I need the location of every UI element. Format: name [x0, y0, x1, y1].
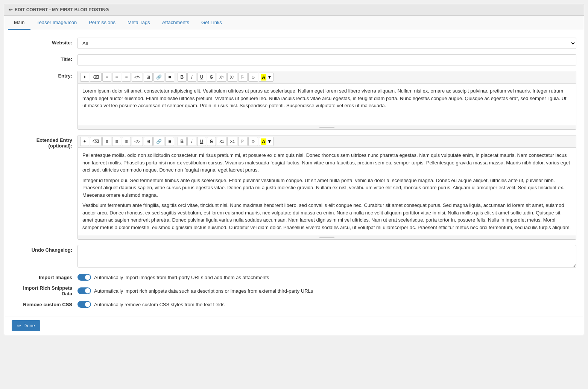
ext-link-btn[interactable]: 🔗 [153, 137, 164, 146]
extended-entry-label: Extended Entry (optional): [12, 135, 77, 149]
website-control: All [77, 38, 576, 49]
tab-teaser[interactable]: Teaser Image/Icon [30, 16, 83, 30]
entry-row: Entry: ✦ ⌫ ≡ ≡ ≡ </> ⊞ 🔗 ■ B [12, 71, 576, 130]
import-images-wrap: Automatically import images from third-p… [77, 274, 576, 281]
ordered-list-btn[interactable]: ≡ [112, 73, 121, 82]
ext-highlight-a-icon: A [261, 138, 266, 145]
ext-underline-btn[interactable]: U [197, 137, 206, 146]
website-label: Website: [12, 38, 77, 46]
ext-highlight-dropdown-arrow[interactable]: ▼ [267, 139, 272, 144]
entry-body[interactable]: Lorem ipsum dolor sit amet, consectetur … [78, 84, 576, 125]
import-images-row: Import Images Automatically import image… [12, 274, 576, 281]
done-label: Done [23, 323, 35, 328]
code-btn[interactable]: </> [132, 73, 143, 82]
import-rich-snippets-row: Import Rich Snippets Data Automatically … [12, 285, 576, 296]
subscript-btn[interactable]: X1 [227, 73, 237, 82]
extended-entry-toolbar: ✦ ⌫ ≡ ≡ ≡ </> ⊞ 🔗 ■ B I U S X1 [78, 135, 576, 148]
table-btn[interactable]: ⊞ [144, 73, 153, 82]
ext-superscript-btn[interactable]: X1 [217, 137, 226, 146]
import-rich-snippets-toggle[interactable] [77, 287, 91, 294]
entry-footer [78, 125, 576, 129]
extended-entry-body[interactable]: Pellentesque mollis, odio non sollicitud… [78, 148, 576, 235]
ext-eraser-btn[interactable]: ⌫ [90, 137, 102, 146]
highlight-btn[interactable]: A ▼ [259, 73, 273, 82]
italic-btn[interactable]: I [187, 73, 196, 82]
title-control: My first blog posting [77, 54, 576, 65]
indent-btn[interactable]: ≡ [122, 73, 131, 82]
title-bar: ✏ EDIT CONTENT - MY FIRST BLOG POSTING [4, 4, 584, 16]
ext-sparkle-btn[interactable]: ✦ [80, 137, 89, 146]
ext-highlight-btn[interactable]: A ▼ [259, 137, 273, 146]
undo-changelog-row: Undo Changelog: [12, 245, 576, 269]
sparkle-btn[interactable]: ✦ [80, 73, 89, 82]
ext-image-btn[interactable]: ■ [165, 137, 174, 146]
ext-strikethrough-btn[interactable]: S [207, 137, 216, 146]
extended-entry-resize-handle[interactable] [319, 237, 334, 238]
window-title: EDIT CONTENT - MY FIRST BLOG POSTING [15, 7, 109, 12]
extended-entry-footer [78, 235, 576, 239]
remove-custom-css-desc: Automatically remove custom CSS styles f… [94, 302, 225, 307]
extended-entry-row: Extended Entry (optional): ✦ ⌫ ≡ ≡ ≡ </>… [12, 135, 576, 240]
undo-changelog-label: Undo Changelog: [12, 245, 77, 253]
ext-subscript-btn[interactable]: X1 [227, 137, 237, 146]
import-rich-snippets-desc: Automatically import rich snippets data … [94, 288, 313, 294]
tab-permissions[interactable]: Permissions [83, 16, 122, 30]
tab-get-links[interactable]: Get Links [195, 16, 228, 30]
extended-entry-editor: ✦ ⌫ ≡ ≡ ≡ </> ⊞ 🔗 ■ B I U S X1 [77, 135, 576, 240]
strikethrough-btn[interactable]: S [207, 73, 216, 82]
footer-bar: ✏ Done [4, 316, 584, 335]
tab-meta-tags[interactable]: Meta Tags [122, 16, 156, 30]
tab-main[interactable]: Main [8, 16, 30, 30]
website-select[interactable]: All [77, 38, 576, 49]
entry-resize-handle[interactable] [319, 127, 334, 128]
main-content: Website: All Title: My first blog postin… [4, 30, 584, 316]
entry-text: Lorem ipsum dolor sit amet, consectetur … [82, 88, 567, 108]
ext-bold-btn[interactable]: B [178, 137, 187, 146]
image-btn[interactable]: ■ [165, 73, 174, 82]
remove-custom-css-label: Remove custom CSS [12, 302, 77, 307]
import-rich-snippets-label: Import Rich Snippets Data [12, 285, 77, 296]
highlight-dropdown-arrow[interactable]: ▼ [267, 74, 272, 80]
ext-text-p1: Pellentesque mollis, odio non sollicitud… [82, 152, 571, 174]
tab-bar: Main Teaser Image/Icon Permissions Meta … [4, 16, 584, 30]
entry-toolbar: ✦ ⌫ ≡ ≡ ≡ </> ⊞ 🔗 ■ B I U S X1 [78, 71, 576, 84]
done-button[interactable]: ✏ Done [12, 320, 40, 331]
eraser-btn[interactable]: ⌫ [90, 73, 102, 82]
emoji-btn[interactable]: ☺ [248, 73, 258, 82]
title-row: Title: My first blog posting [12, 54, 576, 65]
remove-custom-css-toggle[interactable] [77, 301, 91, 308]
import-images-label: Import Images [12, 275, 77, 280]
ext-table-btn[interactable]: ⊞ [144, 137, 153, 146]
underline-btn[interactable]: U [197, 73, 206, 82]
edit-content-window: ✏ EDIT CONTENT - MY FIRST BLOG POSTING M… [4, 4, 584, 335]
ext-indent-btn[interactable]: ≡ [122, 137, 131, 146]
ext-ordered-list-btn[interactable]: ≡ [112, 137, 121, 146]
import-images-toggle[interactable] [77, 274, 91, 281]
undo-changelog-textarea[interactable] [77, 245, 576, 267]
ext-italic-btn[interactable]: I [187, 137, 196, 146]
ext-text-p3: Vestibulum fermentum ante fringilla, sag… [82, 202, 571, 231]
pencil-icon: ✏ [9, 7, 12, 12]
entry-control: ✦ ⌫ ≡ ≡ ≡ </> ⊞ 🔗 ■ B I U S X1 [77, 71, 576, 130]
flag-btn[interactable]: ⚐ [238, 73, 248, 82]
superscript-btn[interactable]: X1 [217, 73, 226, 82]
done-pencil-icon: ✏ [17, 323, 21, 328]
ext-emoji-btn[interactable]: ☺ [248, 137, 258, 146]
highlight-a-icon: A [261, 74, 266, 81]
website-row: Website: All [12, 38, 576, 49]
import-rich-snippets-wrap: Automatically import rich snippets data … [77, 287, 576, 294]
entry-editor: ✦ ⌫ ≡ ≡ ≡ </> ⊞ 🔗 ■ B I U S X1 [77, 71, 576, 130]
ext-flag-btn[interactable]: ⚐ [238, 137, 248, 146]
tab-attachments[interactable]: Attachments [156, 16, 195, 30]
import-images-desc: Automatically import images from third-p… [94, 275, 269, 280]
undo-changelog-control [77, 245, 576, 269]
ext-code-btn[interactable]: </> [132, 137, 143, 146]
bold-btn[interactable]: B [178, 73, 187, 82]
ext-unordered-list-btn[interactable]: ≡ [102, 137, 111, 146]
title-input[interactable]: My first blog posting [77, 54, 576, 65]
remove-custom-css-row: Remove custom CSS Automatically remove c… [12, 301, 576, 308]
unordered-list-btn[interactable]: ≡ [102, 73, 111, 82]
link-btn[interactable]: 🔗 [153, 73, 164, 82]
separator-1 [176, 73, 176, 81]
ext-text-p2: Integer id tempor dui. Sed fermentum fin… [82, 177, 571, 199]
